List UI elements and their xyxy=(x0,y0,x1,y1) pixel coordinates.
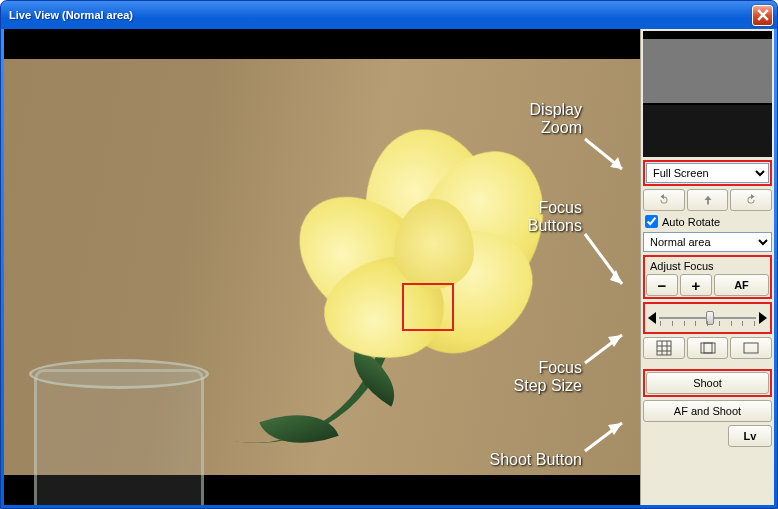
arrow-icon xyxy=(580,129,630,179)
grid-row xyxy=(643,337,772,359)
titlebar[interactable]: Live View (Normal area) xyxy=(1,1,777,29)
adjust-focus-label: Adjust Focus xyxy=(646,258,769,274)
annotation-display-zoom: DisplayZoom xyxy=(530,101,582,138)
arrow-up-icon xyxy=(701,193,715,207)
af-button[interactable]: AF xyxy=(714,274,769,296)
svg-rect-13 xyxy=(701,343,715,353)
focus-rectangle[interactable] xyxy=(402,283,454,331)
display-zoom-select[interactable]: Full Screen xyxy=(646,163,769,183)
rotate-cw-icon xyxy=(744,193,758,207)
slider-left-arrow-icon[interactable] xyxy=(648,312,656,324)
auto-rotate-row[interactable]: Auto Rotate xyxy=(643,214,772,229)
live-preview[interactable]: DisplayZoom FocusButtons FocusStep Size … xyxy=(4,29,640,505)
svg-rect-8 xyxy=(657,341,671,355)
grid-overlay-button[interactable] xyxy=(643,337,685,359)
highlight-step-slider xyxy=(643,302,772,334)
auto-rotate-label: Auto Rotate xyxy=(662,216,720,228)
slider-ticks xyxy=(660,321,755,327)
jar-illustration xyxy=(34,369,204,505)
auto-rotate-checkbox[interactable] xyxy=(645,215,658,228)
aspect-icon xyxy=(700,340,716,356)
svg-rect-14 xyxy=(704,343,712,353)
annotation-shoot-button: Shoot Button xyxy=(489,451,582,469)
control-sidebar: Full Screen Auto Rotate Normal area Adju… xyxy=(640,29,774,505)
annotation-focus-buttons: FocusButtons xyxy=(528,199,582,236)
rotate-ccw-button[interactable] xyxy=(643,189,685,211)
frame-icon xyxy=(743,340,759,356)
rotate-ccw-icon xyxy=(657,193,671,207)
slider-right-arrow-icon[interactable] xyxy=(759,312,767,324)
lv-button[interactable]: Lv xyxy=(728,425,772,447)
aspect-overlay-button[interactable] xyxy=(687,337,729,359)
histogram-display xyxy=(643,31,772,157)
highlight-zoom-select: Full Screen xyxy=(643,160,772,186)
live-view-window: Live View (Normal area) DisplayZoom Fo xyxy=(0,0,778,509)
svg-rect-15 xyxy=(744,343,758,353)
area-select[interactable]: Normal area xyxy=(643,232,772,252)
shoot-button[interactable]: Shoot xyxy=(646,372,769,394)
arrow-icon xyxy=(580,329,630,369)
focus-step-slider[interactable] xyxy=(646,305,769,331)
rotate-row xyxy=(643,189,772,211)
highlight-adjust-focus: Adjust Focus − + AF xyxy=(643,255,772,299)
focus-minus-button[interactable]: − xyxy=(646,274,678,296)
focus-plus-button[interactable]: + xyxy=(680,274,712,296)
arrow-icon xyxy=(580,417,630,457)
af-and-shoot-button[interactable]: AF and Shoot xyxy=(643,400,772,422)
rotate-cw-button[interactable] xyxy=(730,189,772,211)
client-area: DisplayZoom FocusButtons FocusStep Size … xyxy=(4,29,774,505)
annotation-focus-step: FocusStep Size xyxy=(514,359,582,396)
frame-overlay-button[interactable] xyxy=(730,337,772,359)
slider-track[interactable] xyxy=(659,317,756,319)
grid-icon xyxy=(656,340,672,356)
window-title: Live View (Normal area) xyxy=(9,9,752,21)
close-icon xyxy=(757,9,769,21)
arrow-icon xyxy=(580,224,630,294)
highlight-shoot: Shoot xyxy=(643,369,772,397)
flip-up-button[interactable] xyxy=(687,189,729,211)
close-button[interactable] xyxy=(752,5,773,26)
